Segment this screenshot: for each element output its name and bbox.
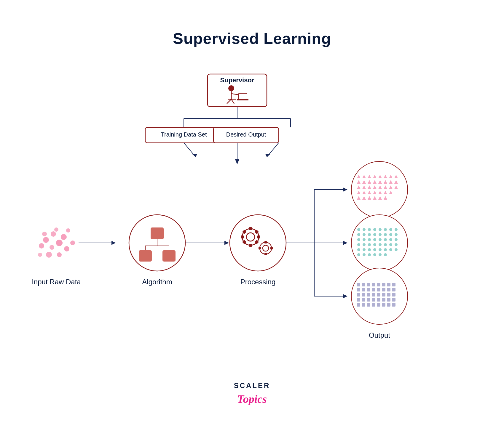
svg-marker-85 [362, 180, 366, 184]
svg-point-25 [51, 231, 56, 237]
svg-point-114 [357, 228, 360, 231]
svg-rect-7 [239, 93, 247, 99]
svg-point-37 [54, 227, 58, 232]
svg-marker-81 [384, 175, 387, 178]
svg-point-75 [351, 161, 408, 218]
svg-marker-106 [389, 191, 393, 194]
svg-marker-94 [368, 185, 371, 189]
svg-rect-64 [264, 253, 267, 255]
svg-point-159 [384, 253, 387, 256]
svg-point-119 [384, 228, 387, 231]
svg-point-144 [389, 243, 392, 246]
svg-marker-74 [343, 294, 347, 298]
svg-rect-189 [377, 298, 380, 302]
svg-rect-182 [382, 293, 385, 296]
svg-point-155 [363, 253, 366, 256]
svg-rect-14 [145, 127, 222, 143]
svg-marker-104 [378, 191, 382, 194]
svg-rect-185 [357, 298, 360, 302]
svg-point-26 [56, 240, 63, 246]
svg-rect-55 [257, 235, 260, 238]
svg-marker-49 [224, 241, 229, 245]
svg-rect-180 [372, 293, 375, 296]
svg-text:Training Data Set: Training Data Set [161, 131, 207, 138]
svg-rect-179 [367, 293, 370, 296]
svg-point-158 [379, 253, 382, 256]
svg-point-129 [395, 233, 398, 236]
svg-point-117 [373, 228, 376, 231]
svg-point-135 [384, 238, 387, 241]
svg-point-35 [38, 253, 42, 257]
svg-line-20 [267, 143, 279, 157]
svg-point-149 [373, 248, 376, 251]
svg-rect-56 [241, 235, 244, 238]
svg-rect-172 [372, 288, 375, 291]
svg-rect-200 [392, 303, 395, 307]
svg-marker-23 [235, 159, 239, 164]
svg-text:Algorithm: Algorithm [142, 278, 172, 286]
svg-point-146 [357, 248, 360, 251]
svg-point-140 [368, 243, 371, 246]
svg-marker-98 [389, 185, 393, 189]
svg-point-33 [42, 232, 47, 236]
svg-rect-176 [392, 288, 395, 291]
svg-text:Input Raw Data: Input Raw Data [32, 278, 81, 286]
svg-point-145 [395, 243, 398, 246]
svg-point-147 [363, 248, 366, 251]
svg-line-5 [227, 99, 231, 104]
svg-point-127 [384, 233, 387, 236]
svg-rect-186 [362, 298, 365, 302]
svg-marker-76 [357, 175, 361, 178]
svg-point-132 [368, 238, 371, 241]
svg-point-34 [66, 228, 70, 233]
svg-rect-59 [255, 240, 259, 244]
svg-point-143 [384, 243, 387, 246]
svg-marker-72 [343, 241, 347, 245]
svg-rect-8 [237, 99, 248, 100]
svg-rect-167 [387, 283, 390, 286]
svg-point-151 [384, 248, 387, 251]
svg-point-138 [357, 243, 360, 246]
svg-text:Processing: Processing [240, 278, 276, 286]
svg-rect-169 [357, 288, 360, 291]
svg-rect-193 [357, 303, 360, 307]
svg-point-142 [379, 243, 382, 246]
svg-point-154 [357, 253, 360, 256]
svg-marker-103 [373, 191, 377, 194]
svg-rect-188 [372, 298, 375, 302]
svg-text:Desired Output: Desired Output [226, 131, 266, 138]
svg-text:Output: Output [369, 331, 390, 339]
svg-point-128 [389, 233, 392, 236]
svg-point-116 [368, 228, 371, 231]
svg-rect-171 [367, 288, 370, 291]
svg-point-31 [57, 252, 62, 257]
svg-text:SCALER: SCALER [234, 382, 270, 389]
svg-point-61 [260, 242, 272, 254]
svg-rect-191 [387, 298, 390, 302]
svg-rect-190 [382, 298, 385, 302]
svg-marker-88 [378, 180, 382, 184]
svg-point-152 [389, 248, 392, 251]
svg-marker-112 [384, 196, 387, 200]
svg-rect-162 [362, 283, 365, 286]
svg-rect-187 [367, 298, 370, 302]
page-title: Supervised Learning [0, 0, 504, 47]
svg-point-32 [64, 246, 69, 251]
svg-point-28 [61, 234, 67, 240]
svg-point-131 [363, 238, 366, 241]
svg-marker-105 [384, 191, 387, 194]
svg-rect-184 [392, 293, 395, 296]
svg-point-134 [379, 238, 382, 241]
svg-marker-82 [389, 175, 393, 178]
svg-marker-109 [368, 196, 371, 200]
svg-point-137 [395, 238, 398, 241]
svg-rect-161 [357, 283, 360, 286]
svg-point-36 [70, 241, 75, 245]
svg-rect-195 [367, 303, 370, 307]
svg-point-118 [379, 228, 382, 231]
svg-marker-90 [389, 180, 393, 184]
svg-point-30 [46, 252, 52, 258]
svg-rect-164 [372, 283, 375, 286]
svg-point-2 [228, 85, 234, 91]
svg-marker-78 [368, 175, 371, 178]
